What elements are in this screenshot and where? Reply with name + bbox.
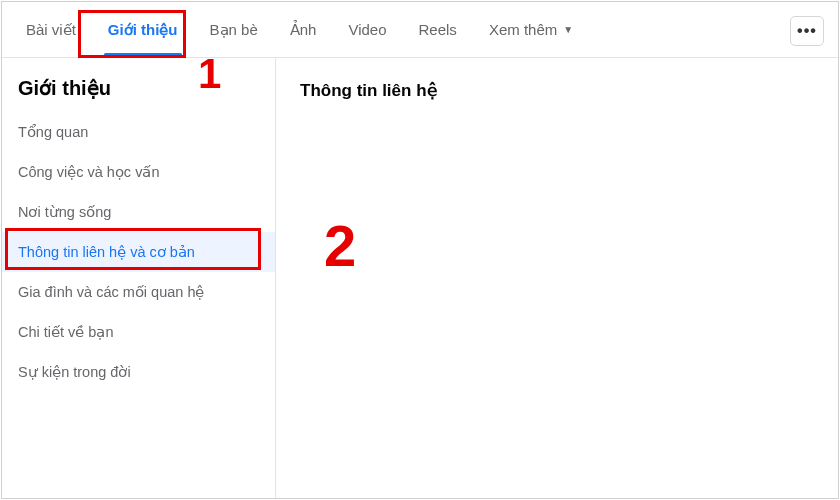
sidebar-item-contact-basic-info[interactable]: Thông tin liên hệ và cơ bản	[2, 232, 275, 272]
tab-label: Reels	[419, 21, 457, 38]
sidebar-item-places-lived[interactable]: Nơi từng sống	[2, 192, 275, 232]
ellipsis-icon: •••	[797, 22, 817, 40]
tab-reels[interactable]: Reels	[403, 2, 473, 58]
sidebar-item-label: Tổng quan	[18, 124, 88, 140]
content-heading: Thông tin liên hệ	[300, 80, 814, 101]
profile-tabs: Bài viết Giới thiệu Bạn bè Ảnh Video Ree…	[2, 2, 838, 58]
tab-friends[interactable]: Bạn bè	[194, 2, 274, 58]
sidebar-item-label: Gia đình và các mối quan hệ	[18, 284, 204, 300]
sidebar-item-label: Nơi từng sống	[18, 204, 111, 220]
about-sidebar: Giới thiệu Tổng quan Công việc và học vấ…	[2, 58, 276, 498]
tab-posts[interactable]: Bài viết	[10, 2, 92, 58]
sidebar-title: Giới thiệu	[2, 76, 275, 112]
about-body: Giới thiệu Tổng quan Công việc và học vấ…	[2, 58, 838, 498]
sidebar-item-label: Sự kiện trong đời	[18, 364, 131, 380]
tab-label: Xem thêm	[489, 21, 557, 38]
sidebar-item-label: Thông tin liên hệ và cơ bản	[18, 244, 195, 260]
sidebar-item-label: Chi tiết về bạn	[18, 324, 114, 340]
tab-videos[interactable]: Video	[332, 2, 402, 58]
chevron-down-icon: ▼	[563, 24, 573, 35]
tab-label: Giới thiệu	[108, 21, 178, 39]
sidebar-item-life-events[interactable]: Sự kiện trong đời	[2, 352, 275, 392]
more-options-button[interactable]: •••	[790, 16, 824, 46]
tab-more[interactable]: Xem thêm▼	[473, 2, 589, 58]
tab-label: Video	[348, 21, 386, 38]
about-content: Thông tin liên hệ	[276, 58, 838, 498]
tab-about[interactable]: Giới thiệu	[92, 2, 194, 58]
tab-label: Bài viết	[26, 21, 76, 39]
tab-label: Bạn bè	[210, 21, 258, 39]
sidebar-item-work-education[interactable]: Công việc và học vấn	[2, 152, 275, 192]
tab-photos[interactable]: Ảnh	[274, 2, 333, 58]
sidebar-item-overview[interactable]: Tổng quan	[2, 112, 275, 152]
tab-label: Ảnh	[290, 21, 317, 39]
sidebar-item-details-about-you[interactable]: Chi tiết về bạn	[2, 312, 275, 352]
sidebar-item-family-relationships[interactable]: Gia đình và các mối quan hệ	[2, 272, 275, 312]
sidebar-item-label: Công việc và học vấn	[18, 164, 159, 180]
